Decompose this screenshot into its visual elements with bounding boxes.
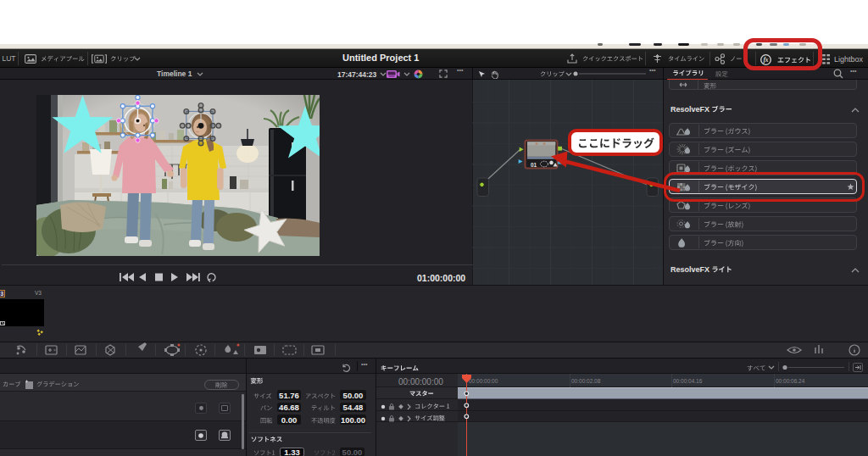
svg-text:01: 01 [531, 162, 537, 168]
